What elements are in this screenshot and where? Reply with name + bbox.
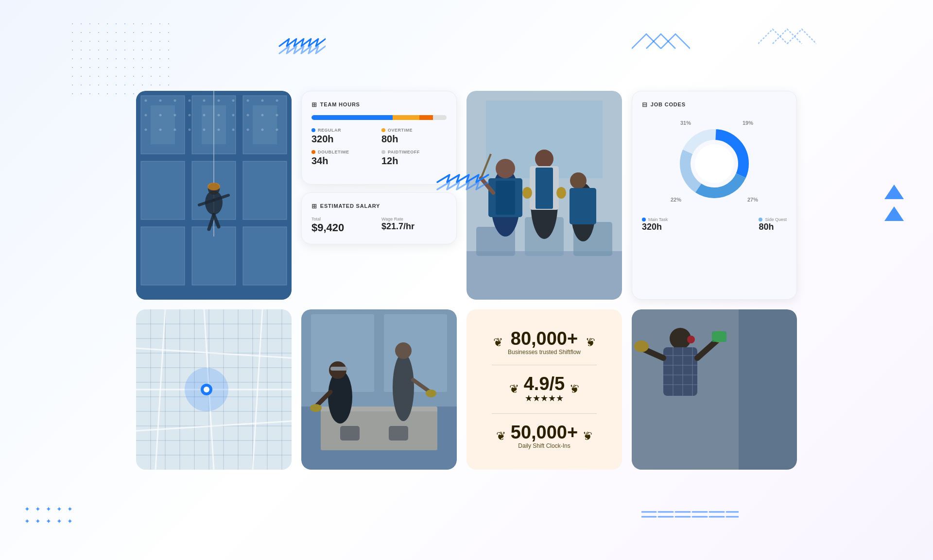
rating-laurel-wrapper: ❦ 4.9/5 ★★★★★ ❦ xyxy=(479,374,610,404)
laurel-left-3: ❦ xyxy=(496,429,506,443)
paidtimeoff-label: PAIDTIMEOFF xyxy=(381,150,447,154)
team-hours-progress-bar xyxy=(311,115,447,120)
svg-point-49 xyxy=(189,99,191,102)
svg-point-58 xyxy=(174,114,176,116)
doubletime-value: 34h xyxy=(311,155,377,167)
donut-svg xyxy=(675,125,753,203)
svg-point-59 xyxy=(189,114,191,116)
svg-point-69 xyxy=(189,128,191,131)
clockins-number: 50,000+ xyxy=(511,423,578,441)
doubletime-dot xyxy=(311,150,315,154)
total-salary: Total $9,420 xyxy=(311,217,377,234)
progress-paidtime xyxy=(433,115,447,120)
estimated-salary-title: ⊞ ESTIMATED SALARY xyxy=(311,203,447,210)
deco-chevrons-top2 xyxy=(758,19,816,51)
svg-point-54 xyxy=(261,99,264,102)
estimated-salary-label: ESTIMATED SALARY xyxy=(320,203,380,209)
svg-text:✦: ✦ xyxy=(46,517,52,525)
laurel-left-2: ❦ xyxy=(509,382,519,396)
main-task-value: 320h xyxy=(642,222,662,232)
team-hours-icon: ⊞ xyxy=(311,101,317,108)
stats-card: ❦ 80,000+ Businesses trusted Shiftflow ❦… xyxy=(466,309,622,470)
svg-point-74 xyxy=(261,128,264,131)
svg-text:✦: ✦ xyxy=(46,505,52,513)
svg-point-72 xyxy=(232,128,235,131)
svg-text:✦: ✦ xyxy=(35,517,41,525)
svg-text:✦: ✦ xyxy=(67,505,73,513)
svg-text:✦: ✦ xyxy=(24,517,30,525)
main-task-label: Main Task xyxy=(642,217,668,222)
businesses-label: Businesses trusted Shiftflow xyxy=(508,349,581,356)
svg-point-52 xyxy=(232,99,235,102)
job-codes-card: ⊟ JOB CODES 31% 19% 22% 27% xyxy=(632,91,797,300)
svg-point-61 xyxy=(218,114,220,116)
businesses-number: 80,000+ xyxy=(508,329,581,348)
regular-label: REGULAR xyxy=(311,128,377,133)
estimated-salary-card: ⊞ ESTIMATED SALARY Total $9,420 Wage Rat… xyxy=(301,192,457,244)
donut-chart: 31% 19% 22% 27% xyxy=(666,115,763,212)
progress-regular xyxy=(311,115,393,120)
total-value: $9,420 xyxy=(311,221,377,234)
laurel-right-3: ❦ xyxy=(583,429,592,443)
side-quest-value: 80h xyxy=(759,222,774,232)
side-quest-legend: Side Quest 80h xyxy=(759,217,787,232)
overtime-dot xyxy=(381,128,385,132)
svg-point-64 xyxy=(261,114,264,116)
paidtimeoff-hours: PAIDTIMEOFF 12h xyxy=(381,150,447,167)
svg-point-66 xyxy=(145,128,147,131)
forward-arrows xyxy=(432,170,491,196)
svg-text:✦: ✦ xyxy=(56,505,62,513)
stat-divider-1 xyxy=(492,365,597,365)
svg-point-47 xyxy=(159,99,162,102)
svg-rect-45 xyxy=(136,91,292,300)
svg-point-68 xyxy=(174,128,176,131)
svg-rect-170 xyxy=(632,309,797,470)
svg-point-70 xyxy=(203,128,206,131)
regular-dot xyxy=(311,128,315,132)
svg-marker-11 xyxy=(884,206,904,221)
overtime-hours: OVERTIME 80h xyxy=(381,128,447,145)
wage-rate-value: $21.7/hr xyxy=(381,221,447,232)
svg-text:✦: ✦ xyxy=(67,517,73,525)
svg-point-134 xyxy=(204,387,209,392)
svg-point-62 xyxy=(232,114,235,116)
wage-rate-label: Wage Rate xyxy=(381,217,447,221)
main-task-dot xyxy=(642,218,646,221)
paidtimeoff-dot xyxy=(381,150,385,154)
svg-point-51 xyxy=(218,99,220,102)
deco-triangles-right xyxy=(884,185,904,225)
laurel-right-2: ❦ xyxy=(570,382,579,396)
svg-point-50 xyxy=(203,99,206,102)
regular-hours: REGULAR 320h xyxy=(311,128,377,145)
svg-point-73 xyxy=(247,128,249,131)
svg-point-55 xyxy=(276,99,278,102)
svg-rect-152 xyxy=(301,309,457,470)
businesses-laurel-wrapper: ❦ 80,000+ Businesses trusted Shiftflow ❦ xyxy=(479,329,610,356)
regular-value: 320h xyxy=(311,134,377,145)
window-cleaning-photo xyxy=(632,309,797,470)
doubletime-hours: DOUBLETIME 34h xyxy=(311,150,377,167)
progress-doubletime xyxy=(419,115,433,120)
svg-text:✦: ✦ xyxy=(56,517,62,525)
total-label: Total xyxy=(311,217,377,221)
svg-marker-10 xyxy=(884,185,904,199)
laurel-right-1: ❦ xyxy=(586,336,595,349)
map-card xyxy=(136,309,292,470)
clockins-stat: ❦ 50,000+ Daily Shift Clock-Ins ❦ xyxy=(479,423,610,449)
svg-point-67 xyxy=(159,128,162,131)
svg-point-53 xyxy=(247,99,249,102)
clockins-laurel-wrapper: ❦ 50,000+ Daily Shift Clock-Ins ❦ xyxy=(479,423,610,449)
overtime-value: 80h xyxy=(381,134,447,145)
svg-text:✦: ✦ xyxy=(24,505,30,513)
hours-grid: REGULAR 320h OVERTIME 80h xyxy=(311,128,447,167)
salary-grid: Total $9,420 Wage Rate $21.7/hr xyxy=(311,217,447,234)
team-hours-label: TEAM HOURS xyxy=(320,102,360,107)
team-hours-title: ⊞ TEAM HOURS xyxy=(311,101,447,108)
svg-point-46 xyxy=(145,99,147,102)
businesses-stat: ❦ 80,000+ Businesses trusted Shiftflow ❦ xyxy=(479,329,610,356)
deco-lines-bottom xyxy=(641,509,739,521)
svg-point-60 xyxy=(203,114,206,116)
svg-text:✦: ✦ xyxy=(35,505,41,513)
job-codes-icon: ⊟ xyxy=(642,101,648,108)
job-codes-legend: Main Task 320h Side Quest 80h xyxy=(642,217,787,232)
